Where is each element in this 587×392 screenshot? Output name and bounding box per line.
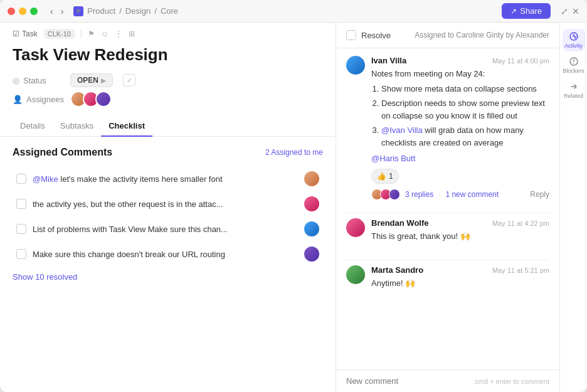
checkbox-3[interactable] bbox=[16, 224, 26, 234]
resolve-checkbox[interactable] bbox=[346, 30, 356, 40]
time-brendan: May 11 at 4:22 pm bbox=[492, 220, 549, 227]
breadcrumb-sep1: / bbox=[119, 6, 122, 16]
image-icon[interactable]: ⊞ bbox=[129, 29, 135, 38]
status-arrow-icon: ▶ bbox=[101, 77, 106, 84]
titlebar: ‹ › P Product / Design / Core Share ⤢ ✕ bbox=[0, 0, 587, 23]
sidebar-activity-button[interactable]: Activity bbox=[563, 29, 585, 51]
maximize-traffic-light[interactable] bbox=[30, 8, 38, 15]
item-text-2: the activity yes, but the other request … bbox=[33, 199, 298, 209]
activity-label: Activity bbox=[564, 43, 583, 49]
checklist-item[interactable]: @Mike let's make the activity items here… bbox=[13, 167, 323, 191]
tab-checklist[interactable]: Checklist bbox=[101, 116, 152, 137]
checklist-item[interactable]: Make sure this change doesn't break our … bbox=[13, 242, 323, 266]
sidebar-related-button[interactable]: Related bbox=[563, 79, 585, 102]
breadcrumb-product[interactable]: Product bbox=[87, 6, 115, 16]
assignees-avatars bbox=[70, 91, 112, 107]
comment-header-brendan: Brendan Wolfe May 11 at 4:22 pm bbox=[371, 218, 549, 228]
comment-text-ivan: Notes from meeting on May 24: Show more … bbox=[371, 68, 549, 184]
item-text-3: List of problems with Task View Make sur… bbox=[33, 225, 298, 234]
mention-ivan-villa: @Ivan Villa bbox=[381, 125, 423, 135]
comment-divider-2 bbox=[346, 260, 549, 260]
product-icon: P bbox=[73, 6, 83, 16]
share-button[interactable]: Share bbox=[502, 3, 551, 19]
reply-button[interactable]: Reply bbox=[530, 190, 549, 199]
list-item-3: @Ivan Villa will grab data on how many c… bbox=[381, 124, 549, 149]
comment-text-marta: Anytime! 🙌 bbox=[371, 277, 549, 290]
task-title: Task View Redesign bbox=[0, 39, 336, 70]
emoji-icon[interactable]: ☺ bbox=[101, 29, 108, 38]
item-avatar-3 bbox=[304, 221, 319, 236]
checkbox-1[interactable] bbox=[16, 174, 26, 184]
minimize-traffic-light[interactable] bbox=[19, 8, 26, 15]
forward-button[interactable]: › bbox=[58, 5, 66, 18]
thread-separator: · bbox=[438, 191, 440, 198]
item-text-4: Make sure this change doesn't break our … bbox=[33, 250, 298, 259]
new-comment-bar: cmd + enter to comment bbox=[336, 369, 559, 392]
comment-thread-ivan: Ivan Villa May 11 at 4:00 pm Notes from … bbox=[346, 56, 549, 200]
checklist-item[interactable]: the activity yes, but the other request … bbox=[13, 192, 323, 216]
item-avatar-1 bbox=[304, 171, 319, 186]
main-content: ☑ Task CLK-10 ⚑ ☺ ⋮ ⊞ Task View Redesign… bbox=[0, 23, 587, 392]
sidebar-blockers-button[interactable]: Blockers bbox=[563, 54, 585, 77]
assigned-badge[interactable]: 2 Assigned to me bbox=[265, 148, 323, 157]
show-resolved-link[interactable]: Show 10 resolved bbox=[13, 272, 77, 282]
comment-marta: Marta Sandro May 11 at 5:21 pm Anytime! … bbox=[346, 265, 549, 290]
window-close-button[interactable]: ✕ bbox=[572, 6, 579, 16]
app-window: ‹ › P Product / Design / Core Share ⤢ ✕ … bbox=[0, 0, 587, 392]
back-button[interactable]: ‹ bbox=[48, 5, 56, 18]
avatar-3[interactable] bbox=[95, 91, 112, 107]
avatar-marta bbox=[346, 265, 365, 284]
item-avatar-4 bbox=[304, 246, 319, 262]
link-icon[interactable]: ⋮ bbox=[115, 29, 122, 38]
task-type-label: Task bbox=[22, 29, 38, 38]
resolve-label[interactable]: Resolve bbox=[361, 31, 391, 40]
reaction-thumbsup[interactable]: 👍 1 bbox=[371, 169, 399, 184]
new-comment-hint: cmd + enter to comment bbox=[475, 378, 549, 385]
related-label: Related bbox=[564, 93, 583, 99]
status-badge[interactable]: OPEN ▶ bbox=[70, 73, 113, 87]
assignees-label: 👤 Assignees bbox=[13, 95, 63, 104]
new-comment-badge[interactable]: 1 new comment bbox=[445, 190, 499, 199]
comment-header-marta: Marta Sandro May 11 at 5:21 pm bbox=[371, 265, 549, 275]
list-item-1: Show more meta data on collapse sections bbox=[381, 83, 549, 95]
window-controls: ⤢ ✕ bbox=[561, 6, 579, 16]
left-panel: ☑ Task CLK-10 ⚑ ☺ ⋮ ⊞ Task View Redesign… bbox=[0, 23, 336, 392]
breadcrumb: P Product / Design / Core bbox=[73, 6, 178, 16]
author-brendan: Brendan Wolfe bbox=[371, 218, 429, 228]
status-check-button[interactable]: ✓ bbox=[123, 74, 135, 87]
breadcrumb-core[interactable]: Core bbox=[161, 6, 178, 16]
section-header: Assigned Comments 2 Assigned to me bbox=[13, 147, 323, 158]
comment-thread-brendan: Brendan Wolfe May 11 at 4:22 pm This is … bbox=[346, 218, 549, 248]
status-text: OPEN bbox=[77, 76, 98, 85]
toolbar-separator bbox=[81, 29, 82, 38]
checkbox-2[interactable] bbox=[16, 199, 26, 209]
close-traffic-light[interactable] bbox=[8, 8, 15, 15]
item-avatar-2 bbox=[304, 196, 319, 211]
mention-haris[interactable]: @Haris Butt bbox=[371, 154, 415, 163]
item-text-1: @Mike let's make the activity items here… bbox=[33, 174, 298, 184]
task-type: ☑ Task bbox=[13, 29, 38, 38]
tab-subtasks[interactable]: Subtasks bbox=[53, 116, 101, 137]
time-ivan: May 11 at 4:00 pm bbox=[492, 57, 549, 65]
breadcrumb-sep2: / bbox=[154, 6, 157, 16]
checkbox-4[interactable] bbox=[16, 249, 26, 259]
traffic-lights bbox=[8, 8, 38, 15]
thread-replies[interactable]: 3 replies bbox=[405, 190, 433, 199]
time-marta: May 11 at 5:21 pm bbox=[492, 267, 549, 274]
svg-point-2 bbox=[573, 63, 574, 64]
window-resize-button[interactable]: ⤢ bbox=[561, 6, 568, 16]
reaction-count: 1 bbox=[389, 171, 393, 182]
checklist-item[interactable]: List of problems with Task View Make sur… bbox=[13, 217, 323, 241]
breadcrumb-design[interactable]: Design bbox=[125, 6, 151, 16]
task-toolbar: ☑ Task CLK-10 ⚑ ☺ ⋮ ⊞ bbox=[0, 23, 336, 39]
thread-footer: 3 replies · 1 new comment Reply bbox=[371, 189, 549, 200]
checklist-items: @Mike let's make the activity items here… bbox=[13, 167, 323, 266]
tab-details[interactable]: Details bbox=[13, 116, 53, 137]
new-comment-input[interactable] bbox=[346, 376, 475, 386]
avatar-brendan bbox=[346, 218, 365, 237]
related-icon bbox=[569, 82, 579, 92]
sidebar-icons: Activity Blockers Related bbox=[559, 23, 587, 392]
activity-feed: Ivan Villa May 11 at 4:00 pm Notes from … bbox=[336, 48, 559, 369]
task-type-icon: ☑ bbox=[13, 29, 19, 38]
comment-brendan: Brendan Wolfe May 11 at 4:22 pm This is … bbox=[346, 218, 549, 243]
